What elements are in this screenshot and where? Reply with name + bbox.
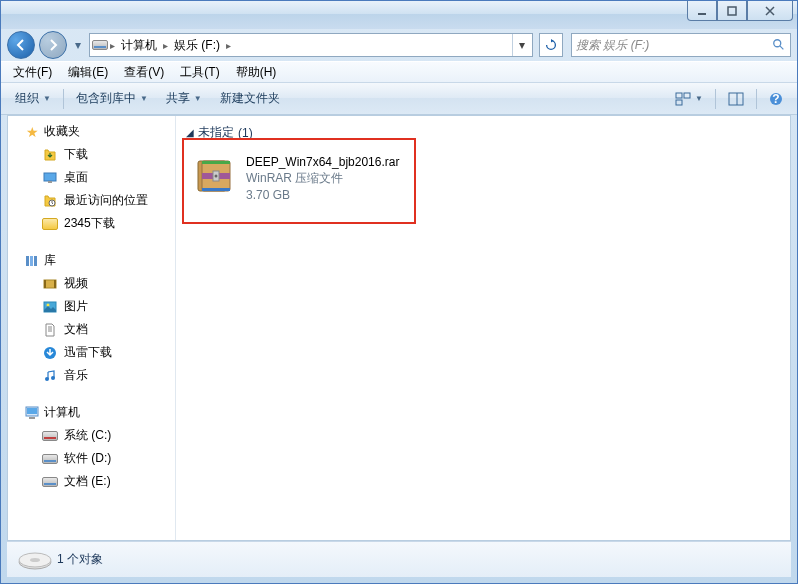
svg-rect-3 [676, 93, 682, 98]
group-label: 未指定 [198, 124, 234, 141]
svg-rect-5 [676, 100, 682, 105]
file-size: 3.70 GB [246, 188, 399, 202]
chevron-icon: ▸ [161, 40, 170, 51]
file-type: WinRAR 压缩文件 [246, 170, 399, 187]
tree-item[interactable]: 图片 [8, 295, 175, 318]
svg-rect-13 [26, 256, 29, 266]
folder-icon [42, 216, 58, 232]
svg-rect-1 [728, 7, 736, 15]
svg-rect-15 [34, 256, 37, 266]
svg-rect-18 [54, 280, 56, 288]
menu-help[interactable]: 帮助(H) [230, 62, 283, 83]
menu-edit[interactable]: 编辑(E) [62, 62, 114, 83]
maximize-button[interactable] [717, 1, 747, 21]
svg-rect-11 [48, 181, 52, 183]
include-library-button[interactable]: 包含到库中▼ [68, 86, 156, 111]
organize-button[interactable]: 组织▼ [7, 86, 59, 111]
menu-tools[interactable]: 工具(T) [174, 62, 225, 83]
tree-item[interactable]: 迅雷下载 [8, 341, 175, 364]
drive-icon [15, 548, 47, 572]
star-icon: ★ [24, 124, 40, 140]
xunlei-icon [42, 345, 58, 361]
svg-point-36 [30, 558, 40, 562]
video-icon [42, 276, 58, 292]
pictures-icon [42, 299, 58, 315]
history-dropdown[interactable]: ▾ [71, 35, 85, 55]
group-count: (1) [238, 126, 253, 140]
svg-rect-14 [30, 256, 33, 266]
chevron-icon: ▸ [108, 40, 117, 51]
group-header[interactable]: ◢ 未指定 (1) [176, 116, 790, 145]
tree-item[interactable]: 桌面 [8, 166, 175, 189]
tree-item[interactable]: 音乐 [8, 364, 175, 387]
menu-file[interactable]: 文件(F) [7, 62, 58, 83]
new-folder-button[interactable]: 新建文件夹 [212, 86, 288, 111]
computer-header[interactable]: 计算机 [8, 401, 175, 424]
rar-file-icon [194, 155, 236, 197]
tree-item[interactable]: 2345下载 [8, 212, 175, 235]
explorer-window: ▾ ▸ 计算机 ▸ 娱乐 (F:) ▸ ▾ 搜索 娱乐 (F:) 文件(F) 编… [0, 0, 798, 584]
address-bar[interactable]: ▸ 计算机 ▸ 娱乐 (F:) ▸ ▾ [89, 33, 533, 57]
help-button[interactable]: ? [761, 88, 791, 110]
preview-pane-button[interactable] [720, 88, 752, 110]
drive-icon [42, 474, 58, 490]
file-item[interactable]: DEEP_Win7x64_bjb2016.rar WinRAR 压缩文件 3.7… [188, 149, 508, 208]
libraries-header[interactable]: 库 [8, 249, 175, 272]
computer-group: 计算机 系统 (C:) 软件 (D:) 文档 (E:) [8, 401, 175, 493]
search-input[interactable]: 搜索 娱乐 (F:) [571, 33, 791, 57]
svg-rect-33 [202, 188, 230, 191]
recent-icon [42, 193, 58, 209]
breadcrumb-computer[interactable]: 计算机 [117, 34, 161, 56]
breadcrumb-drive-f[interactable]: 娱乐 (F:) [170, 34, 224, 56]
close-button[interactable] [747, 1, 793, 21]
toolbar: 组织▼ 包含到库中▼ 共享▼ 新建文件夹 ▼ ? [1, 83, 797, 115]
view-options-button[interactable]: ▼ [667, 88, 711, 110]
file-name: DEEP_Win7x64_bjb2016.rar [246, 155, 399, 169]
download-icon [42, 147, 58, 163]
collapse-icon: ◢ [186, 127, 194, 138]
status-text: 1 个对象 [57, 551, 103, 568]
navigation-pane: ★收藏夹 下载 桌面 最近访问的位置 2345下载 库 视频 图片 文档 迅雷下… [8, 116, 176, 540]
documents-icon [42, 322, 58, 338]
tree-item[interactable]: 系统 (C:) [8, 424, 175, 447]
svg-rect-0 [698, 13, 706, 15]
window-controls [687, 1, 793, 21]
back-button[interactable] [7, 31, 35, 59]
refresh-button[interactable] [539, 33, 563, 57]
menu-view[interactable]: 查看(V) [118, 62, 170, 83]
svg-rect-32 [202, 161, 230, 164]
tree-item[interactable]: 软件 (D:) [8, 447, 175, 470]
titlebar [1, 1, 797, 29]
forward-button[interactable] [39, 31, 67, 59]
libraries-group: 库 视频 图片 文档 迅雷下载 音乐 [8, 249, 175, 387]
svg-rect-6 [729, 93, 743, 105]
favorites-group: ★收藏夹 下载 桌面 最近访问的位置 2345下载 [8, 120, 175, 235]
menubar: 文件(F) 编辑(E) 查看(V) 工具(T) 帮助(H) [1, 61, 797, 83]
svg-rect-25 [27, 408, 37, 414]
tree-item[interactable]: 下载 [8, 143, 175, 166]
file-info: DEEP_Win7x64_bjb2016.rar WinRAR 压缩文件 3.7… [246, 155, 399, 202]
chevron-icon: ▸ [224, 40, 233, 51]
content-area: ★收藏夹 下载 桌面 最近访问的位置 2345下载 库 视频 图片 文档 迅雷下… [7, 115, 791, 541]
address-dropdown[interactable]: ▾ [512, 34, 530, 56]
statusbar: 1 个对象 [7, 541, 791, 577]
tree-item[interactable]: 文档 [8, 318, 175, 341]
search-placeholder: 搜索 娱乐 (F:) [576, 37, 772, 54]
drive-icon [42, 451, 58, 467]
svg-point-31 [215, 175, 218, 178]
svg-point-23 [51, 376, 55, 380]
navigation-bar: ▾ ▸ 计算机 ▸ 娱乐 (F:) ▸ ▾ 搜索 娱乐 (F:) [1, 29, 797, 61]
file-list-pane[interactable]: ◢ 未指定 (1) DEEP_Win7x [176, 116, 790, 540]
drive-icon [92, 37, 108, 53]
share-button[interactable]: 共享▼ [158, 86, 210, 111]
library-icon [24, 253, 40, 269]
svg-point-2 [774, 40, 781, 47]
favorites-header[interactable]: ★收藏夹 [8, 120, 175, 143]
tree-item[interactable]: 最近访问的位置 [8, 189, 175, 212]
music-icon [42, 368, 58, 384]
tree-item[interactable]: 视频 [8, 272, 175, 295]
svg-rect-10 [44, 173, 56, 181]
tree-item[interactable]: 文档 (E:) [8, 470, 175, 493]
svg-rect-4 [684, 93, 690, 98]
minimize-button[interactable] [687, 1, 717, 21]
